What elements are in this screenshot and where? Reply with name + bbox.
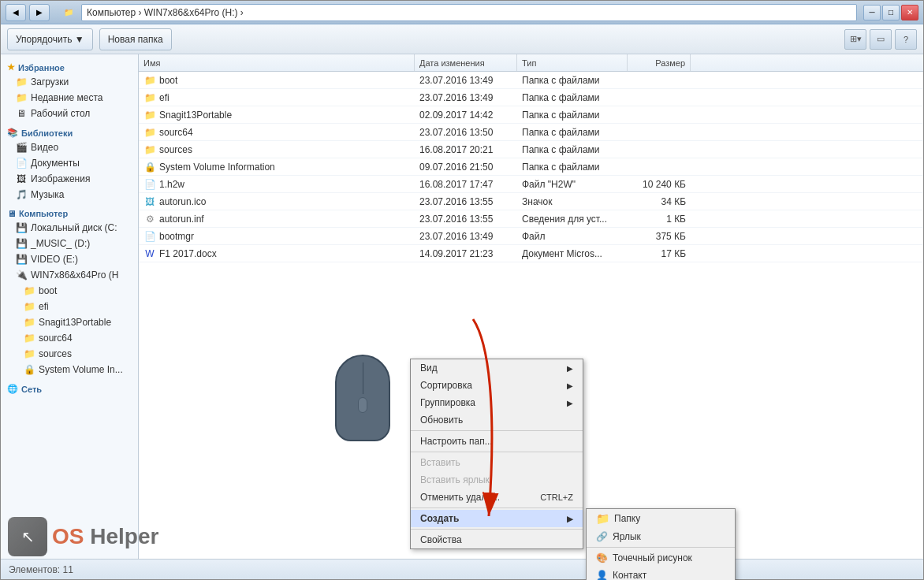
sidebar-item-win7-h[interactable]: 🔌 WIN7x86&x64Pro (H	[1, 267, 138, 283]
watermark-text: OS Helper	[52, 524, 158, 549]
sub-ctx-folder[interactable]: 📁 Папку	[587, 509, 735, 528]
back-button[interactable]: ◀	[6, 4, 26, 21]
images-icon: 🖼	[15, 173, 28, 185]
table-row[interactable]: W F1 2017.docx 14.09.2017 21:23 Документ…	[139, 245, 923, 262]
ctx-paste-shortcut[interactable]: Вставить ярлык	[411, 471, 583, 489]
sidebar-child-boot[interactable]: 📁 boot	[1, 283, 138, 299]
column-name[interactable]: Имя	[139, 54, 415, 71]
title-bar-nav: ◀ ▶ 📁 Компьютер › WIN7x86&x64Pro (H:) ›	[6, 4, 857, 21]
view-button[interactable]: ⊞▾	[844, 29, 866, 50]
ctx-refresh-label: Обновить	[420, 415, 463, 426]
table-row[interactable]: 📁 sources 16.08.2017 20:21 Папка с файла…	[139, 141, 923, 158]
ctx-group[interactable]: Группировка ▶	[411, 394, 583, 411]
ctx-separator-3	[411, 507, 583, 508]
sidebar-item-desktop[interactable]: 🖥 Рабочий стол	[1, 106, 138, 121]
ctx-sort[interactable]: Сортировка ▶	[411, 377, 583, 394]
sidebar-item-downloads[interactable]: 📁 Загрузки	[1, 74, 138, 90]
maximize-button[interactable]: □	[882, 5, 900, 20]
sidebar-item-label: sourc64	[39, 333, 73, 344]
status-text: Элементов: 11	[9, 564, 73, 575]
ctx-view-arrow: ▶	[567, 364, 573, 373]
file-date: 23.07.2016 13:49	[415, 231, 517, 242]
file-name: 📄 1.h2w	[139, 178, 415, 191]
sidebar-item-local-c[interactable]: 💾 Локальный диск (С:	[1, 220, 138, 236]
new-folder-button[interactable]: Новая папка	[99, 28, 172, 50]
sidebar-item-images[interactable]: 🖼 Изображения	[1, 171, 138, 187]
sidebar-section-favorites: ★ Избранное 📁 Загрузки 📁 Недавние места …	[1, 59, 138, 121]
sub-ctx-shortcut[interactable]: 🔗 Ярлык	[587, 528, 735, 545]
ctx-separator-4	[411, 529, 583, 530]
file-date: 23.07.2016 13:49	[415, 92, 517, 103]
desktop-icon: 🖥	[15, 107, 28, 120]
close-button[interactable]: ✕	[901, 5, 918, 20]
ctx-separator-1	[411, 430, 583, 431]
file-icon: W	[143, 247, 156, 260]
file-icon: 📁	[143, 91, 156, 104]
mouse-line	[363, 362, 363, 394]
ctx-undo-delete[interactable]: Отменить удале... CTRL+Z	[411, 489, 583, 506]
file-icon: 📄	[143, 230, 156, 243]
ctx-view-label: Вид	[420, 362, 438, 374]
sidebar-section-title-network[interactable]: 🌐 Сеть	[1, 381, 138, 396]
ctx-properties[interactable]: Свойства	[411, 531, 583, 548]
table-row[interactable]: ⚙ autorun.inf 23.07.2016 13:55 Сведения …	[139, 210, 923, 228]
ctx-customize-label: Настроить пап...	[420, 436, 493, 447]
ctx-properties-label: Свойства	[420, 534, 462, 545]
sidebar-item-documents[interactable]: 📄 Документы	[1, 155, 138, 171]
sidebar-child-sourc64[interactable]: 📁 sourc64	[1, 330, 138, 346]
file-name: 📄 bootmgr	[139, 230, 415, 243]
watermark: ↖ OS Helper	[8, 517, 158, 556]
ctx-paste[interactable]: Вставить	[411, 454, 583, 471]
sidebar-section-title-favorites[interactable]: ★ Избранное	[1, 59, 138, 74]
column-type[interactable]: Тип	[517, 54, 628, 71]
file-date: 23.07.2016 13:55	[415, 196, 517, 207]
table-row[interactable]: 📁 sourc64 23.07.2016 13:50 Папка с файла…	[139, 124, 923, 141]
table-row[interactable]: 📄 1.h2w 16.08.2017 17:47 Файл "H2W" 10 2…	[139, 176, 923, 193]
sidebar-item-recent[interactable]: 📁 Недавние места	[1, 90, 138, 106]
address-bar[interactable]: Компьютер › WIN7x86&x64Pro (H:) ›	[81, 4, 857, 21]
preview-button[interactable]: ▭	[870, 29, 892, 50]
ctx-customize[interactable]: Настроить пап...	[411, 433, 583, 450]
ctx-refresh[interactable]: Обновить	[411, 411, 583, 429]
table-row[interactable]: 🔒 System Volume Information 09.07.2016 2…	[139, 158, 923, 176]
sidebar-child-snagit[interactable]: 📁 Snagit13Portable	[1, 314, 138, 330]
sidebar-section-title-libraries[interactable]: 📚 Библиотеки	[1, 125, 138, 139]
column-date[interactable]: Дата изменения	[415, 54, 517, 71]
folder-recent-icon: 📁	[15, 91, 28, 104]
sidebar-child-sysvolinfo[interactable]: 🔒 System Volume In...	[1, 362, 138, 377]
file-date: 23.07.2016 13:49	[415, 75, 517, 86]
sidebar-section-title-computer[interactable]: 🖥 Компьютер	[1, 206, 138, 220]
file-type: Папка с файлами	[517, 92, 628, 103]
file-icon: 🔒	[143, 161, 156, 173]
sidebar-item-label: Изображения	[31, 173, 90, 184]
sub-ctx-contact[interactable]: 👤 Контакт	[587, 567, 735, 580]
sidebar-item-music-d[interactable]: 💾 _MUSIC_ (D:)	[1, 236, 138, 251]
file-type: Папка с файлами	[517, 75, 628, 86]
column-size[interactable]: Размер	[628, 54, 691, 71]
help-button[interactable]: ?	[895, 29, 917, 50]
folder-sourc64-icon: 📁	[23, 332, 35, 344]
drive-c-icon: 💾	[15, 221, 28, 234]
table-row[interactable]: 📁 Snagit13Portable 02.09.2017 14:42 Папк…	[139, 106, 923, 124]
ctx-undo-label: Отменить удале...	[420, 492, 500, 503]
sidebar-child-sources[interactable]: 📁 sources	[1, 346, 138, 362]
sidebar-item-label: Локальный диск (С:	[31, 222, 117, 233]
sub-ctx-bitmap[interactable]: 🎨 Точечный рисунок	[587, 549, 735, 567]
forward-button[interactable]: ▶	[29, 4, 50, 21]
sidebar-child-efi[interactable]: 📁 efi	[1, 299, 138, 314]
table-row[interactable]: 📁 boot 23.07.2016 13:49 Папка с файлами	[139, 72, 923, 89]
table-row[interactable]: 📁 efi 23.07.2016 13:49 Папка с файлами	[139, 89, 923, 106]
address-text: Компьютер › WIN7x86&x64Pro (H:) ›	[87, 7, 244, 18]
table-row[interactable]: 📄 bootmgr 23.07.2016 13:49 Файл 375 КБ	[139, 228, 923, 245]
minimize-button[interactable]: ─	[863, 5, 881, 20]
ctx-view[interactable]: Вид ▶	[411, 359, 583, 377]
mouse-scroll	[358, 397, 367, 413]
sidebar-item-video[interactable]: 🎬 Видео	[1, 139, 138, 155]
sidebar-item-video-e[interactable]: 💾 VIDEO (E:)	[1, 251, 138, 267]
table-row[interactable]: 🖼 autorun.ico 23.07.2016 13:55 Значок 34…	[139, 193, 923, 210]
sidebar-item-music[interactable]: 🎵 Музыка	[1, 187, 138, 203]
organize-button[interactable]: Упорядочить ▼	[7, 28, 93, 50]
ctx-create[interactable]: Создать ▶	[411, 510, 583, 527]
title-bar-controls: ─ □ ✕	[863, 5, 918, 20]
file-type: Папка с файлами	[517, 144, 628, 155]
